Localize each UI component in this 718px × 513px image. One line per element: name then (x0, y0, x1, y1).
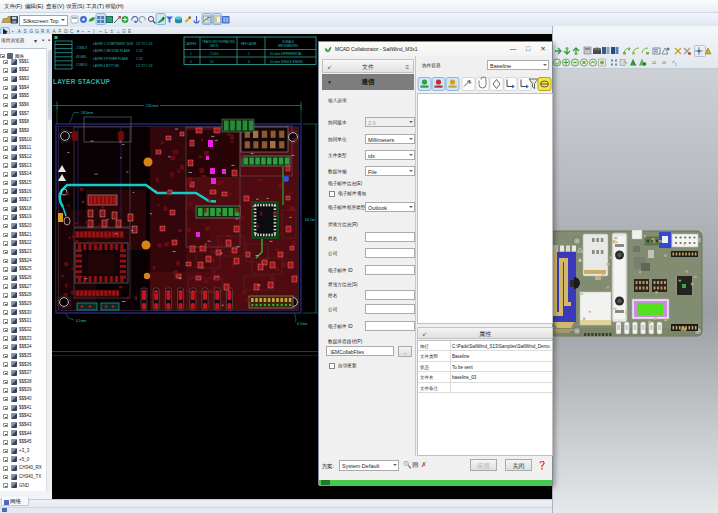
svg-text:G: G (29, 29, 33, 34)
svg-text:LAYER 1 COMPONENT SIDE: LAYER 1 COMPONENT SIDE (93, 42, 133, 46)
svg-text:⌐: ⌐ (87, 29, 90, 34)
svg-text:▼: ▼ (76, 29, 80, 34)
svg-text:D: D (64, 29, 68, 34)
svg-text:10: 10 (210, 60, 214, 64)
svg-text:R: R (41, 29, 45, 34)
svg-text:LAYER STACKUP: LAYER STACKUP (53, 78, 111, 85)
svg-text:¹³: ¹³ (662, 60, 666, 66)
svg-text:REF LAYER: REF LAYER (241, 42, 256, 46)
svg-text:L: L (105, 29, 108, 34)
svg-text:▪: ▪ (12, 29, 14, 34)
svg-text:150 mm: 150 mm (146, 104, 158, 108)
svg-text:1 OZ: 1 OZ (136, 57, 143, 61)
svg-text:A: A (53, 29, 56, 34)
svg-text:18.5mm: 18.5mm (81, 111, 93, 115)
svg-text:¹²: ¹² (652, 60, 656, 66)
svg-text:2.5MILS: 2.5MILS (76, 46, 87, 50)
svg-text:E: E (128, 29, 131, 34)
svg-text:(MILS): (MILS) (210, 44, 218, 48)
svg-text:F: F (58, 29, 61, 34)
svg-text:!: ! (707, 50, 708, 55)
svg-text:G: G (35, 29, 39, 34)
svg-text:⁴₂: ⁴₂ (672, 60, 678, 66)
svg-text:1/2 TO 1 OZ: 1/2 TO 1 OZ (136, 42, 153, 46)
svg-text:1/2 TO 1 OZ: 1/2 TO 1 OZ (136, 64, 153, 68)
svg-text:G: G (122, 29, 126, 34)
svg-text:±: ± (111, 29, 114, 34)
svg-text:48.4MIL: 48.4MIL (76, 55, 87, 59)
svg-text:LAYER 4 BOTTOM: LAYER 4 BOTTOM (93, 64, 119, 68)
svg-text:50 ohm DIFFERENTIAL: 50 ohm DIFFERENTIAL (270, 52, 303, 56)
svg-text:¬: ¬ (99, 29, 102, 34)
svg-text:LAYER 2 GROUND PLANE: LAYER 2 GROUND PLANE (93, 49, 130, 53)
svg-text:LAYER 3 POWER PLANE: LAYER 3 POWER PLANE (93, 57, 128, 61)
svg-text:~: ~ (82, 29, 85, 34)
svg-text:K: K (47, 29, 50, 34)
svg-text:7.5/10: 7.5/10 (210, 52, 219, 56)
svg-text:S: S (24, 29, 27, 34)
svg-text:R: R (654, 48, 658, 54)
svg-text:⊥: ⊥ (116, 29, 120, 34)
svg-text:C: C (70, 29, 74, 34)
svg-text:IMPLEMENTED: IMPLEMENTED (278, 44, 298, 48)
svg-text:0.1mm: 0.1mm (76, 319, 87, 323)
svg-text:64.1m: 64.1m (305, 218, 315, 222)
svg-text:1 OZ: 1 OZ (136, 49, 143, 53)
svg-text:2.5MILS: 2.5MILS (76, 63, 87, 67)
svg-text:50 ohm SINGLE ENDED: 50 ohm SINGLE ENDED (270, 60, 304, 64)
svg-text:|: | (93, 29, 94, 34)
svg-text:0.1mm: 0.1mm (297, 322, 308, 326)
svg-text:LAYERS: LAYERS (186, 42, 197, 46)
svg-text:A: A (18, 29, 21, 34)
